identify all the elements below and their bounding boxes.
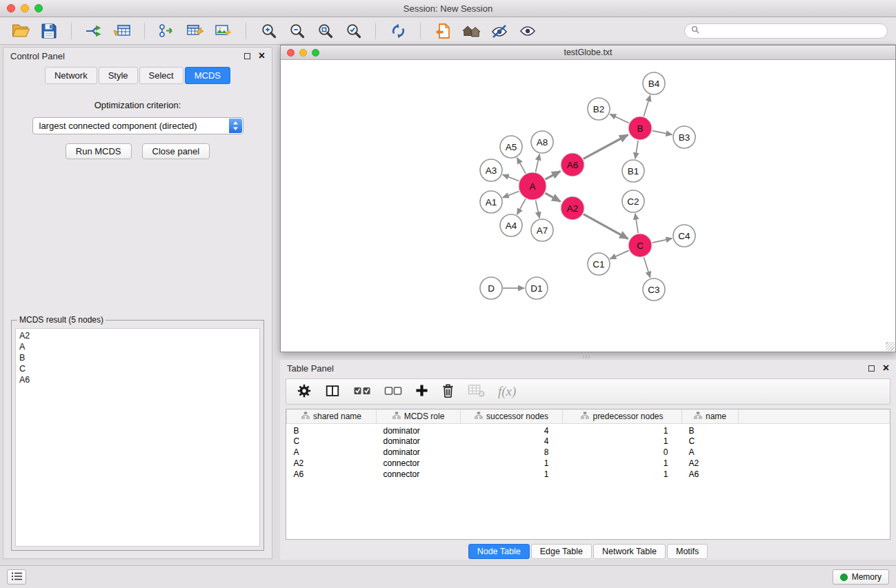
graph-node-A[interactable]: A [519, 172, 546, 200]
export-network-button[interactable] [155, 20, 179, 42]
zoom-window-button[interactable] [34, 4, 43, 12]
mcds-result-list[interactable]: A2ABCA6 [15, 328, 260, 547]
network-canvas[interactable]: B4B2BB3A5A8A6B1A3AA1C2A2A4A7C4CC1C3DD1 [281, 60, 895, 352]
table-close-panel-icon[interactable]: × [883, 364, 889, 372]
graph-node-A1[interactable]: A1 [480, 191, 502, 213]
select-all-button[interactable] [353, 381, 371, 402]
table-cell-name[interactable]: A2 [682, 458, 739, 469]
tab-motifs[interactable]: Motifs [667, 544, 708, 559]
zoom-selected-button[interactable] [312, 20, 337, 42]
graph-node-B3[interactable]: B3 [673, 126, 695, 148]
table-row[interactable]: A2connector11A2 [287, 458, 890, 469]
table-cell-predecessor-nodes[interactable]: 1 [563, 423, 682, 436]
table-cell-successor-nodes[interactable]: 1 [461, 458, 563, 469]
zoom-in-button[interactable] [256, 20, 281, 42]
window-resize-grip[interactable] [886, 342, 895, 351]
graph-edge-A-A1[interactable] [503, 192, 519, 198]
tab-style[interactable]: Style [99, 67, 138, 84]
open-folder-button[interactable] [8, 20, 33, 42]
graph-edge-A-A7[interactable] [536, 201, 540, 219]
function-builder-button[interactable]: f(x) [498, 381, 516, 402]
float-panel-icon[interactable] [244, 53, 250, 59]
delete-table-button[interactable] [468, 381, 485, 402]
home-view-button[interactable] [459, 20, 484, 42]
tab-network[interactable]: Network [45, 67, 97, 84]
table-cell-shared-name[interactable]: C [287, 436, 377, 447]
table-cell-successor-nodes[interactable]: 4 [461, 423, 563, 436]
graph-edge-B-B4[interactable] [644, 95, 650, 116]
graph-edge-A-A8[interactable] [536, 154, 540, 172]
graph-edge-C-C2[interactable] [635, 214, 638, 233]
optimization-dropdown[interactable]: largest connected component (directed) [32, 117, 243, 134]
network-graph[interactable]: B4B2BB3A5A8A6B1A3AA1C2A2A4A7C4CC1C3DD1 [281, 60, 895, 352]
network-zoom-button[interactable] [312, 49, 319, 57]
table-row[interactable]: Cdominator41C [287, 436, 890, 447]
graph-edge-A-A6[interactable] [546, 171, 561, 179]
table-cell-predecessor-nodes[interactable]: 1 [563, 436, 682, 447]
graph-edge-B-B3[interactable] [653, 131, 673, 135]
graph-node-C3[interactable]: C3 [643, 278, 665, 301]
graph-node-B2[interactable]: B2 [588, 98, 610, 120]
table-cell-shared-name[interactable]: A2 [287, 458, 377, 469]
task-history-button[interactable] [7, 569, 26, 585]
table-cell-shared-name[interactable]: A [287, 447, 377, 458]
graph-edge-A2-C[interactable] [584, 214, 628, 239]
tab-edge-table[interactable]: Edge Table [531, 544, 592, 559]
network-minimize-button[interactable] [299, 49, 307, 57]
column-header-name[interactable]: name [682, 409, 739, 423]
mcds-result-item[interactable]: B [19, 352, 256, 363]
show-details-button[interactable] [515, 20, 540, 42]
graph-node-B1[interactable]: B1 [622, 160, 644, 182]
mcds-result-item[interactable]: C [19, 363, 256, 374]
network-window-titlebar[interactable]: testGlobe.txt [281, 45, 895, 60]
column-header-shared-name[interactable]: shared name [287, 409, 377, 423]
table-cell-predecessor-nodes[interactable]: 0 [563, 447, 682, 458]
graph-node-A2[interactable]: A2 [561, 196, 584, 220]
hide-details-button[interactable] [487, 20, 512, 42]
graph-edge-A-A3[interactable] [503, 174, 519, 181]
refresh-button[interactable] [386, 20, 410, 42]
add-column-button[interactable] [415, 381, 428, 402]
table-cell-predecessor-nodes[interactable]: 1 [563, 458, 682, 469]
table-cell-mcds-role[interactable]: dominator [377, 436, 461, 447]
tab-network-table[interactable]: Network Table [593, 544, 666, 559]
graph-edge-C-C1[interactable] [610, 250, 628, 258]
graph-node-A7[interactable]: A7 [531, 219, 553, 241]
graph-node-A3[interactable]: A3 [480, 159, 502, 181]
table-cell-predecessor-nodes[interactable]: 1 [563, 469, 682, 480]
network-close-button[interactable] [287, 49, 295, 57]
graph-node-C[interactable]: C [628, 234, 652, 257]
graph-node-B4[interactable]: B4 [643, 72, 665, 94]
export-image-button[interactable] [211, 20, 236, 42]
table-float-panel-icon[interactable] [868, 365, 875, 372]
run-mcds-button[interactable]: Run MCDS [66, 143, 132, 159]
table-cell-successor-nodes[interactable]: 1 [461, 469, 563, 480]
graph-edge-A-A5[interactable] [517, 158, 526, 174]
close-window-button[interactable] [7, 4, 15, 12]
graph-node-D[interactable]: D [480, 277, 502, 299]
table-cell-successor-nodes[interactable]: 8 [461, 447, 563, 458]
open-document-button[interactable] [430, 20, 455, 42]
graph-edge-B-B1[interactable] [635, 141, 638, 159]
graph-node-A8[interactable]: A8 [531, 131, 553, 153]
column-header-mcds-role[interactable]: MCDS role [377, 409, 461, 423]
gear-button[interactable] [297, 381, 312, 402]
table-row[interactable]: Bdominator41B [287, 423, 890, 436]
close-panel-button[interactable]: Close panel [142, 143, 210, 159]
table-cell-successor-nodes[interactable]: 4 [461, 436, 563, 447]
graph-edge-A-A4[interactable] [517, 199, 526, 214]
table-cell-mcds-role[interactable]: connector [377, 458, 461, 469]
search-box[interactable] [684, 23, 888, 39]
mcds-result-item[interactable]: A2 [19, 330, 256, 341]
graph-node-D1[interactable]: D1 [526, 277, 548, 299]
export-table-button[interactable] [183, 20, 208, 42]
column-header-successor-nodes[interactable]: successor nodes [461, 409, 563, 423]
mcds-result-item[interactable]: A6 [19, 374, 256, 385]
table-cell-name[interactable]: C [682, 436, 739, 447]
zoom-fit-button[interactable] [341, 20, 366, 42]
deselect-all-button[interactable] [384, 381, 402, 402]
table-row[interactable]: A6connector11A6 [287, 469, 890, 480]
close-panel-icon[interactable]: × [259, 52, 265, 60]
tab-node-table[interactable]: Node Table [468, 544, 530, 559]
memory-button[interactable]: Memory [833, 569, 889, 585]
